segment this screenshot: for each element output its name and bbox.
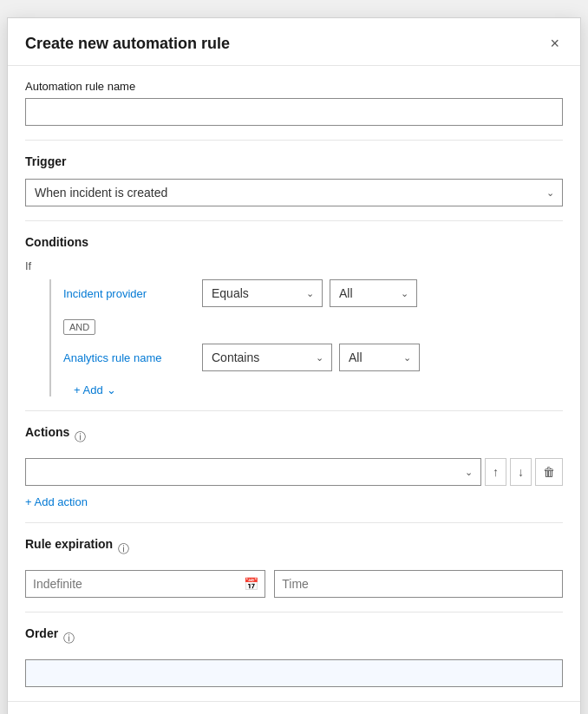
rule-expiration-title: Rule expiration [25,537,113,551]
close-button[interactable]: × [546,32,563,55]
create-automation-rule-dialog: Create new automation rule × Automation … [7,17,581,714]
add-condition-button[interactable]: + Add ⌄ [74,383,116,396]
expiration-date-wrapper: 📅 [25,570,265,598]
actions-dropdown[interactable]: Assign owner Change status Change severi… [25,458,481,486]
actions-info-icon: ⓘ [75,429,86,445]
add-condition-label: + Add [74,383,103,396]
automation-rule-name-input[interactable] [25,98,563,126]
condition-operator-2[interactable]: Contains Equals Does not contain [202,344,332,371]
order-input[interactable]: 3 [25,659,563,687]
order-title-row: Order ⓘ [25,626,563,651]
and-badge: AND [63,319,95,335]
expiration-time-input[interactable] [274,570,563,598]
add-action-button[interactable]: + Add action [25,495,88,508]
actions-title: Actions [25,425,69,439]
trigger-label: Trigger [25,154,563,168]
condition-row-2: Analytics rule name Contains Equals Does… [63,344,563,371]
add-action-label: + Add action [25,495,88,508]
condition-operator-1-wrapper: Equals Does not equal Contains ⌄ [202,279,323,307]
condition-row-1: Incident provider Equals Does not equal … [63,279,563,307]
move-up-icon: ↑ [493,465,499,479]
dialog-body: Automation rule name Trigger When incide… [8,66,580,701]
expiration-time-wrapper [274,570,563,598]
order-section: Order ⓘ 3 [25,612,563,701]
action-move-down-button[interactable]: ↓ [510,458,532,486]
actions-row: Assign owner Change status Change severi… [25,458,563,486]
order-info-icon: ⓘ [63,631,75,646]
if-label: If [25,259,563,272]
trigger-dropdown[interactable]: When incident is created When incident i… [25,179,563,206]
delete-icon: 🗑 [543,465,555,479]
conditions-section: Conditions If Incident provider Equals D… [25,221,563,411]
trigger-select-container: When incident is created When incident i… [25,179,563,206]
condition-value-2-wrapper: All Custom Default ⌄ [339,344,420,371]
dialog-footer: Apply Cancel [8,701,580,714]
condition-field-1: Incident provider [63,287,202,300]
add-condition-chevron: ⌄ [107,383,116,396]
conditions-outer: If Incident provider Equals Does not equ… [25,259,563,396]
trigger-select-wrapper: When incident is created When incident i… [25,179,563,206]
conditions-block: Incident provider Equals Does not equal … [49,279,563,396]
dialog-title: Create new automation rule [25,35,230,53]
condition-value-2[interactable]: All Custom Default [339,344,420,371]
action-move-up-button[interactable]: ↑ [485,458,506,486]
rule-expiration-title-row: Rule expiration ⓘ [25,537,563,561]
automation-rule-name-label: Automation rule name [25,80,563,93]
condition-operator-1[interactable]: Equals Does not equal Contains [202,279,323,307]
condition-selects-2: Contains Equals Does not contain ⌄ All C… [202,344,563,371]
trigger-section: Trigger When incident is created When in… [25,141,563,221]
dialog-header: Create new automation rule × [8,18,580,66]
condition-value-1-wrapper: All Microsoft Azure ⌄ [330,279,417,307]
automation-rule-name-section: Automation rule name [25,66,563,141]
condition-field-2: Analytics rule name [63,351,202,364]
condition-value-1[interactable]: All Microsoft Azure [330,279,417,307]
actions-dropdown-container: Assign owner Change status Change severi… [25,458,481,486]
actions-section: Actions ⓘ Assign owner Change status Cha… [25,411,563,523]
expiration-date-input[interactable] [25,570,265,598]
order-title: Order [25,626,58,640]
actions-title-row: Actions ⓘ [25,425,563,449]
move-down-icon: ↓ [518,465,524,479]
conditions-title: Conditions [25,235,563,249]
condition-operator-2-wrapper: Contains Equals Does not contain ⌄ [202,344,332,371]
action-delete-button[interactable]: 🗑 [535,458,563,486]
expiration-row: 📅 [25,570,563,598]
actions-select-wrapper: Assign owner Change status Change severi… [25,458,481,486]
rule-expiration-info-icon: ⓘ [118,541,129,557]
rule-expiration-section: Rule expiration ⓘ 📅 [25,523,563,612]
condition-selects-1: Equals Does not equal Contains ⌄ All Mic… [202,279,563,307]
